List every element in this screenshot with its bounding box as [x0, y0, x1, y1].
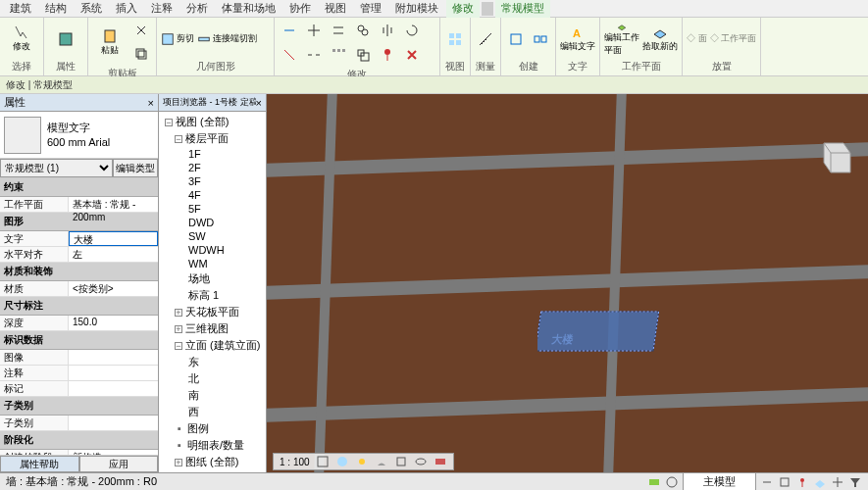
filter-icon[interactable]	[848, 475, 862, 489]
3d-viewport[interactable]: 大楼 1 : 100	[267, 94, 868, 472]
ribbon: 修改 选择 属性 粘贴 剪贴板 剪切 连接端切割 几何图形	[0, 18, 868, 76]
apply-button[interactable]: 应用	[79, 456, 159, 472]
array-button[interactable]	[328, 44, 349, 66]
scale-button[interactable]	[352, 44, 374, 66]
cut-geom-button[interactable]: 剪切	[161, 28, 194, 50]
sun-path-icon[interactable]	[355, 455, 369, 468]
svg-rect-8	[332, 49, 335, 52]
tree-leaf[interactable]: 场地	[161, 270, 264, 287]
tree-leaf[interactable]: SW	[161, 229, 264, 243]
tree-leaf[interactable]: WM	[161, 257, 264, 270]
menubar: 建筑 结构 系统 插入 注释 分析 体量和场地 协作 视图 管理 附加模块 修改…	[0, 0, 868, 18]
tree-root[interactable]: − 视图 (全部)	[161, 114, 264, 130]
edit-text-button[interactable]: A 编辑文字	[560, 22, 595, 57]
tree-leaf[interactable]: 5F	[161, 202, 264, 216]
edit-workplane-button[interactable]: 编辑工作平面	[604, 22, 639, 57]
properties-table[interactable]: 约束 工作平面基本墙 : 常规 - 200mm 图形 文字大楼 水平对齐左 材质…	[0, 178, 158, 455]
tree-leaf[interactable]: 标高 1	[161, 287, 264, 304]
crop-icon[interactable]	[394, 455, 408, 468]
offset-button[interactable]	[328, 20, 349, 41]
pin-button[interactable]	[377, 44, 398, 66]
menu-item[interactable]: 分析	[180, 0, 214, 18]
create-similar-button[interactable]	[530, 28, 551, 50]
viewcube[interactable]	[809, 133, 858, 182]
browser-tree[interactable]: − 视图 (全部) − 楼层平面 1F 2F 3F 4F 5F DWD SW W…	[159, 112, 266, 472]
drag-icon[interactable]	[831, 475, 844, 489]
properties-button[interactable]	[48, 22, 83, 57]
menu-item-context[interactable]: 常规模型	[495, 0, 550, 18]
scale-label[interactable]: 1 : 100	[280, 457, 310, 467]
select-pinned-icon[interactable]	[795, 475, 809, 489]
close-icon[interactable]: ×	[256, 97, 262, 109]
select-underlay-icon[interactable]	[778, 475, 791, 489]
type-selector[interactable]: 常规模型 (1)	[0, 159, 113, 177]
copy-button[interactable]	[130, 43, 152, 65]
visual-style-icon[interactable]	[335, 455, 349, 468]
delete-button[interactable]	[401, 44, 423, 66]
main-model-label[interactable]: 主模型	[683, 472, 756, 490]
cut-button[interactable]	[130, 20, 152, 41]
tree-3d[interactable]: + 三维视图	[161, 320, 264, 337]
menu-item[interactable]: 插入	[110, 0, 143, 18]
svg-text:大楼: 大楼	[551, 333, 576, 345]
tree-leaf[interactable]: 北	[161, 370, 264, 387]
ribbon-group-workplane: 编辑工作平面 拾取新的 工作平面	[600, 18, 683, 75]
menu-item-modify[interactable]: 修改	[446, 0, 480, 18]
edit-type-button[interactable]: 编辑类型	[113, 159, 158, 177]
menu-item[interactable]: 结构	[39, 0, 73, 18]
select-face-icon[interactable]	[813, 475, 827, 489]
properties-help-button[interactable]: 属性帮助	[0, 456, 79, 472]
svg-rect-0	[60, 33, 72, 45]
tree-leaf[interactable]: 1F	[161, 147, 264, 161]
align-button[interactable]	[279, 20, 300, 41]
tree-leaf[interactable]: WDWH	[161, 243, 264, 257]
tree-leaf[interactable]: 西	[161, 404, 264, 420]
tree-leaf[interactable]: DWD	[161, 216, 264, 229]
create-button[interactable]	[505, 28, 527, 50]
split-button[interactable]	[303, 44, 325, 66]
ribbon-group-place: ◇ 面 ◇ 工作平面 放置	[683, 18, 761, 75]
tree-sheets[interactable]: + 图纸 (全部)	[161, 454, 264, 470]
menu-item[interactable]: 系统	[75, 0, 108, 18]
measure-button[interactable]	[475, 28, 496, 50]
tree-floorplans[interactable]: − 楼层平面	[161, 130, 264, 147]
shadows-icon[interactable]	[375, 455, 388, 468]
tree-leaf[interactable]: 2F	[161, 161, 264, 174]
worksets-icon[interactable]	[647, 475, 661, 489]
menu-item[interactable]: 视图	[319, 0, 352, 18]
close-icon[interactable]: ×	[148, 97, 154, 109]
tree-legend[interactable]: ▪ 图例	[161, 420, 264, 437]
design-options-icon[interactable]	[665, 475, 679, 489]
tree-leaf[interactable]: 东	[161, 354, 264, 370]
tree-leaf[interactable]: 4F	[161, 188, 264, 202]
tree-elev[interactable]: − 立面 (建筑立面)	[161, 337, 264, 354]
join-cut-button[interactable]: 连接端切割	[197, 28, 257, 50]
rotate-button[interactable]	[401, 20, 423, 41]
select-links-icon[interactable]	[760, 475, 774, 489]
hide-icon[interactable]	[414, 455, 428, 468]
menu-item[interactable]: 注释	[145, 0, 179, 18]
menu-item[interactable]: 管理	[354, 0, 387, 18]
tree-leaf[interactable]: 3F	[161, 174, 264, 188]
menu-item[interactable]: 附加模块	[389, 0, 444, 18]
detail-level-icon[interactable]	[316, 455, 330, 468]
tree-ceil[interactable]: + 天花板平面	[161, 304, 264, 320]
selected-model-text[interactable]: 大楼	[537, 302, 665, 361]
paste-button[interactable]: 粘贴	[92, 24, 128, 60]
ribbon-label: 选择	[4, 58, 39, 74]
svg-rect-12	[361, 53, 369, 61]
pick-new-button[interactable]: 拾取新的	[642, 22, 678, 57]
mirror-button[interactable]	[377, 20, 398, 41]
tree-leaf[interactable]: 南	[161, 387, 264, 404]
menu-item[interactable]: 体量和场地	[216, 0, 281, 18]
tree-sched[interactable]: ▪ 明细表/数量	[161, 437, 264, 454]
svg-point-25	[337, 457, 347, 466]
menu-item[interactable]: 协作	[283, 0, 317, 18]
move-button[interactable]	[303, 20, 325, 41]
copy-button[interactable]	[352, 20, 374, 41]
view-button[interactable]	[444, 28, 466, 50]
trim-button[interactable]	[279, 44, 300, 66]
reveal-icon[interactable]	[434, 455, 447, 468]
modify-button[interactable]: 修改	[4, 22, 39, 57]
menu-item[interactable]: 建筑	[4, 0, 37, 18]
